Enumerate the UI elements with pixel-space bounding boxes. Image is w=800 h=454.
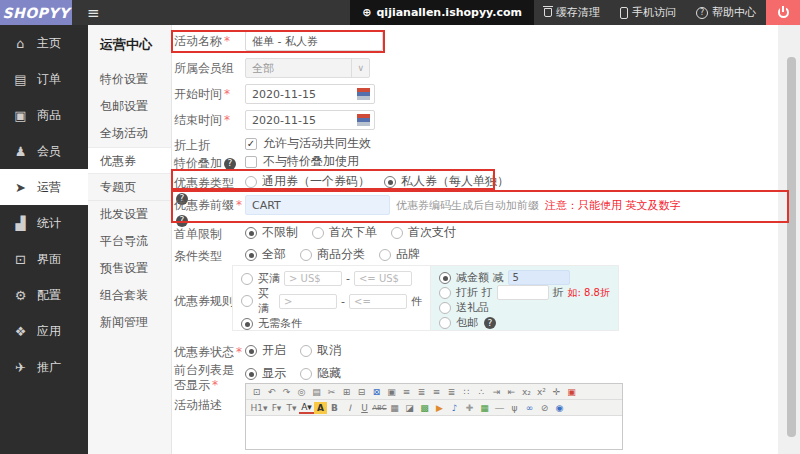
sidebar-item-products[interactable]: ▣商品 bbox=[0, 97, 88, 133]
redo-icon[interactable]: ↷ bbox=[279, 385, 294, 399]
submenu-item-coupons[interactable]: 优惠券 bbox=[88, 147, 171, 174]
anchor-icon[interactable]: ψ bbox=[507, 401, 522, 415]
sidebar-item-settings[interactable]: ⚙配置 bbox=[0, 277, 88, 313]
fontsize-icon[interactable]: T▾ bbox=[284, 401, 299, 415]
radio-no-limit[interactable]: 不限制 bbox=[245, 224, 298, 241]
radio-status-on[interactable]: 开启 bbox=[245, 342, 286, 359]
scrollbar-track[interactable] bbox=[778, 25, 800, 454]
submenu-item-bundle[interactable]: 组合套装 bbox=[88, 282, 171, 309]
submenu-item-site-activity[interactable]: 全场活动 bbox=[88, 120, 171, 147]
table-icon[interactable]: ▦ bbox=[477, 401, 492, 415]
subscript-icon[interactable]: x₂ bbox=[519, 385, 534, 399]
radio-first-order[interactable]: 首次下单 bbox=[312, 224, 377, 241]
flash-icon[interactable]: ▶ bbox=[432, 401, 447, 415]
quantity-max-input[interactable] bbox=[349, 294, 407, 309]
preview-icon[interactable]: ◎ bbox=[294, 385, 309, 399]
sidebar-item-statistics[interactable]: ▟统计 bbox=[0, 205, 88, 241]
superscript-icon[interactable]: x² bbox=[534, 385, 549, 399]
radio-no-condition[interactable]: 无需条件 bbox=[241, 316, 302, 331]
strike-icon[interactable]: ABC bbox=[372, 401, 387, 415]
radio-all[interactable]: 全部 bbox=[245, 246, 286, 263]
radio-display-hide[interactable]: 隐藏 bbox=[300, 365, 341, 382]
cache-clean-button[interactable]: 缓存清理 bbox=[534, 0, 610, 25]
sidebar-item-interface[interactable]: ⊡界面 bbox=[0, 241, 88, 277]
radio-free-shipping[interactable]: 包邮 bbox=[439, 315, 478, 330]
unlink-icon[interactable]: ⊘ bbox=[537, 401, 552, 415]
submenu-item-wholesale[interactable]: 批发设置 bbox=[88, 201, 171, 228]
heading-icon[interactable]: H1▾ bbox=[249, 401, 269, 415]
table-grid-icon[interactable]: ▦ bbox=[387, 401, 402, 415]
coupon-prefix-input[interactable] bbox=[245, 195, 390, 215]
underline-icon[interactable]: U bbox=[357, 401, 372, 415]
copy-icon[interactable]: ⊞ bbox=[339, 385, 354, 399]
radio-display-show[interactable]: 显示 bbox=[245, 365, 286, 382]
align-justify-icon[interactable]: ≣ bbox=[444, 385, 459, 399]
submenu-item-news[interactable]: 新闻管理 bbox=[88, 309, 171, 336]
editor-content-area[interactable] bbox=[246, 416, 622, 449]
paste-icon[interactable]: ⊟ bbox=[354, 385, 369, 399]
sidebar-item-operations[interactable]: ➤运营 bbox=[0, 169, 88, 205]
radio-buy-quantity[interactable]: 买满 bbox=[241, 286, 275, 316]
scrollbar-thumb[interactable] bbox=[787, 57, 796, 437]
submenu-item-free-shipping[interactable]: 包邮设置 bbox=[88, 93, 171, 120]
start-time-input[interactable] bbox=[245, 84, 375, 104]
mobile-access-button[interactable]: 手机访问 bbox=[610, 0, 686, 25]
radio-brand[interactable]: 品牌 bbox=[379, 246, 420, 263]
end-time-input[interactable] bbox=[245, 110, 375, 130]
indent-icon[interactable]: ⇥ bbox=[489, 385, 504, 399]
logout-button[interactable] bbox=[766, 0, 800, 25]
special-stack-checkbox[interactable]: 不与特价叠加使用 bbox=[245, 153, 359, 170]
radio-universal-coupon[interactable]: 通用券（一个券码） bbox=[245, 173, 370, 190]
source-icon[interactable]: ⊡ bbox=[249, 385, 264, 399]
print-icon[interactable]: ▤ bbox=[309, 385, 324, 399]
media-icon[interactable]: ♪ bbox=[447, 401, 462, 415]
radio-discount[interactable]: 打折 打 bbox=[439, 285, 493, 300]
italic-icon[interactable]: I bbox=[342, 401, 357, 415]
cut-icon[interactable]: ✂ bbox=[324, 385, 339, 399]
submenu-item-platform-traffic[interactable]: 平台导流 bbox=[88, 228, 171, 255]
radio-gift[interactable]: 送礼品 bbox=[439, 300, 489, 315]
align-center-icon[interactable]: ≣ bbox=[414, 385, 429, 399]
sidebar-item-home[interactable]: ⌂主页 bbox=[0, 25, 88, 61]
radio-first-payment[interactable]: 首次支付 bbox=[391, 224, 456, 241]
help-icon[interactable]: ? bbox=[484, 317, 496, 329]
paste-text-icon[interactable]: ▣ bbox=[384, 385, 399, 399]
ordered-list-icon[interactable]: ∷ bbox=[459, 385, 474, 399]
font-icon[interactable]: F▾ bbox=[269, 401, 284, 415]
bold-icon[interactable]: B bbox=[327, 401, 342, 415]
amount-off-input[interactable] bbox=[508, 270, 570, 285]
help-icon[interactable]: ? bbox=[224, 158, 236, 170]
store-domain-chip[interactable]: ⊕ qijianallen.ishopyy.com bbox=[350, 0, 534, 25]
image-icon[interactable]: ▩ bbox=[417, 401, 432, 415]
radio-status-cancel[interactable]: 取消 bbox=[300, 342, 341, 359]
activity-name-input[interactable] bbox=[245, 31, 383, 51]
paste-word-icon[interactable]: ⊠ bbox=[369, 385, 384, 399]
sidebar-item-apps[interactable]: ❖应用 bbox=[0, 313, 88, 349]
submenu-item-presale[interactable]: 预售设置 bbox=[88, 255, 171, 282]
amount-min-input[interactable] bbox=[284, 271, 342, 286]
hamburger-menu-icon[interactable]: ≡ bbox=[87, 4, 100, 22]
outdent-icon[interactable]: ⇤ bbox=[504, 385, 519, 399]
color-icon[interactable]: A▾ bbox=[299, 402, 314, 414]
sidebar-item-orders[interactable]: ▤订单 bbox=[0, 61, 88, 97]
unordered-list-icon[interactable]: ∴ bbox=[474, 385, 489, 399]
fullscreen-icon[interactable]: ▣ bbox=[564, 385, 579, 399]
submenu-item-topic-page[interactable]: 专题页 bbox=[88, 174, 171, 201]
member-group-select[interactable]: 全部 ∨ bbox=[245, 58, 370, 78]
radio-private-coupon[interactable]: 私人券（每人单独） bbox=[384, 173, 509, 190]
eraser-icon[interactable]: ◪ bbox=[402, 401, 417, 415]
calendar-icon[interactable] bbox=[357, 88, 370, 100]
radio-product-category[interactable]: 商品分类 bbox=[300, 246, 365, 263]
radio-amount-off[interactable]: 减金额 减 bbox=[439, 270, 504, 285]
file-icon[interactable]: ✚ bbox=[462, 401, 477, 415]
help-center-button[interactable]: ? 帮助中心 bbox=[686, 0, 766, 25]
about-icon[interactable]: ◉ bbox=[552, 401, 567, 415]
radio-buy-amount[interactable]: 买满 bbox=[241, 271, 280, 286]
align-left-icon[interactable]: ≡ bbox=[399, 385, 414, 399]
amount-max-input[interactable] bbox=[354, 271, 412, 286]
discount-input[interactable] bbox=[497, 285, 549, 300]
align-right-icon[interactable]: ≡ bbox=[429, 385, 444, 399]
discount-stack-checkbox[interactable]: ✓ 允许与活动共同生效 bbox=[245, 135, 371, 152]
highlight-icon[interactable]: A bbox=[314, 402, 327, 414]
sidebar-item-members[interactable]: ♟会员 bbox=[0, 133, 88, 169]
